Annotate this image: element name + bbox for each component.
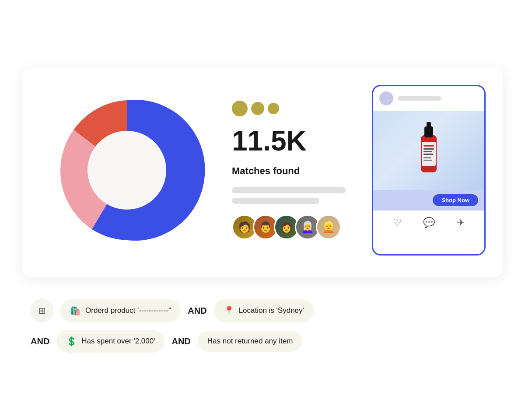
svg-rect-6 <box>424 148 434 150</box>
svg-rect-3 <box>427 122 431 129</box>
and-label-3: AND <box>172 336 190 346</box>
filter-row-1: ⊞ 🛍️ Orderd product '------------" AND 📍… <box>31 299 503 322</box>
filter-section: ⊞ 🛍️ Orderd product '------------" AND 📍… <box>22 299 503 353</box>
phone-product-image <box>373 111 484 190</box>
location-icon: 📍 <box>224 305 234 316</box>
medium-logo <box>232 101 346 116</box>
filter-adjust-button[interactable]: ⊞ <box>31 299 53 322</box>
product-bottle-svg <box>411 118 446 183</box>
and-label-1: AND <box>188 306 206 316</box>
phone-cta-button[interactable]: Shop Now <box>433 194 478 206</box>
filter-ordered-product[interactable]: 🛍️ Orderd product '------------" <box>60 299 181 322</box>
filter-ordered-product-label: Orderd product '------------" <box>85 306 171 315</box>
donut-chart <box>48 91 206 249</box>
svg-rect-8 <box>424 154 433 155</box>
skeleton-line-2 <box>232 198 319 204</box>
filter-location-label: Location is 'Sydney' <box>239 306 304 315</box>
adjust-icon: ⊞ <box>38 305 46 316</box>
phone-profile-name <box>398 96 441 101</box>
bag-icon: 🛍️ <box>70 305 81 316</box>
svg-rect-7 <box>424 151 432 152</box>
svg-rect-10 <box>424 160 432 161</box>
skeleton-line-1 <box>232 187 346 193</box>
matches-count: 11.5K <box>232 127 346 155</box>
avatar-5: 👱 <box>316 214 341 240</box>
and-label-2: AND <box>31 336 49 346</box>
center-stats: 11.5K Matches found 🧑 👨 👩 👩‍🦳 <box>232 101 346 240</box>
phone-action-bar: Shop Now <box>373 190 484 210</box>
filter-location-sydney[interactable]: 📍 Location is 'Sydney' <box>214 299 314 322</box>
phone-profile-avatar <box>379 91 393 105</box>
svg-rect-9 <box>424 157 431 158</box>
phone-icons-row: ♡ 💬 ✈ <box>373 210 484 234</box>
avatars-row: 🧑 👨 👩 👩‍🦳 👱 <box>232 214 346 240</box>
skeleton-lines <box>232 187 346 204</box>
filter-has-spent[interactable]: 💲 Has spent over '2,000' <box>56 330 164 353</box>
svg-point-0 <box>88 131 166 210</box>
phone-share-icon: ✈ <box>457 217 465 228</box>
filter-has-spent-label: Has spent over '2,000' <box>81 337 155 346</box>
dollar-icon: 💲 <box>66 336 77 346</box>
filter-no-returns[interactable]: Has not returned any item <box>198 331 303 352</box>
phone-heart-icon: ♡ <box>393 217 402 228</box>
logo-dot-medium <box>251 102 264 115</box>
matches-label: Matches found <box>232 165 346 177</box>
phone-header <box>373 86 484 111</box>
main-container: 11.5K Matches found 🧑 👨 👩 👩‍🦳 <box>22 67 503 353</box>
logo-dot-large <box>232 101 248 116</box>
logo-dot-small <box>268 103 279 114</box>
svg-rect-5 <box>424 145 434 147</box>
top-card: 11.5K Matches found 🧑 👨 👩 👩‍🦳 <box>22 67 503 277</box>
filter-no-returns-label: Has not returned any item <box>207 337 293 346</box>
phone-mockup: Shop Now ♡ 💬 ✈ <box>372 85 486 256</box>
phone-comment-icon: 💬 <box>423 217 435 228</box>
filter-row-2: AND 💲 Has spent over '2,000' AND Has not… <box>31 330 503 353</box>
